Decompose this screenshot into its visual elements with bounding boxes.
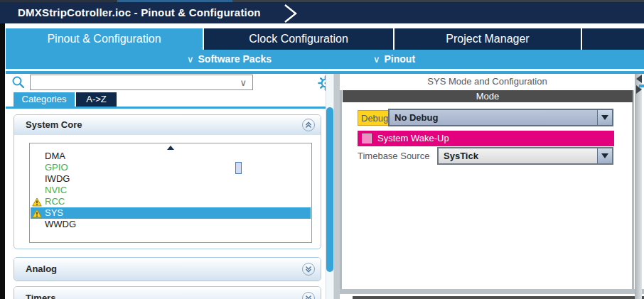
section-title: System Core: [26, 119, 82, 130]
list-item-label: RCC: [45, 196, 65, 207]
search-input[interactable]: [32, 76, 231, 89]
search-dropdown-chevron-icon[interactable]: ∨: [240, 76, 247, 90]
mode-section-header: Mode: [343, 90, 633, 102]
software-packs-label: Software Packs: [198, 53, 272, 65]
right-splitter-bar[interactable]: [635, 74, 642, 299]
collapse-left-icon[interactable]: [636, 75, 642, 83]
search-icon: [11, 75, 26, 89]
caret-down-icon: [601, 153, 608, 158]
section-title: Timers: [26, 293, 55, 299]
tab-bar-filler: [582, 28, 644, 50]
configuration-section-header-sliver: [353, 296, 644, 299]
list-item-wwdg[interactable]: WWDG: [31, 219, 311, 230]
panel-splitter[interactable]: [334, 74, 340, 299]
list-item-sys[interactable]: SYS: [31, 207, 311, 219]
debug-field-label: Debug: [358, 110, 392, 126]
dropdown-arrow-button[interactable]: [597, 110, 612, 125]
section-header-system-core[interactable]: System Core: [14, 115, 321, 135]
debug-dropdown[interactable]: No Debug: [388, 109, 613, 126]
splitter-accent-dash: [639, 85, 644, 87]
chevron-down-icon: ∨: [373, 54, 380, 65]
collapse-up-icon[interactable]: [302, 119, 315, 131]
pinout-toggle[interactable]: ∨Pinout: [373, 50, 415, 69]
section-header-analog[interactable]: Analog: [14, 258, 321, 281]
expand-down-icon[interactable]: [302, 292, 315, 299]
page-title: DMXStripCotroller.ioc - Pinout & Configu…: [18, 2, 261, 23]
chevron-down-icon: ∨: [187, 54, 194, 65]
tab-clock-configuration[interactable]: Clock Configuration: [204, 28, 393, 50]
tab-project-manager[interactable]: Project Manager: [395, 28, 581, 50]
list-item-nvic[interactable]: NVIC: [31, 185, 311, 196]
system-wakeup-row[interactable]: System Wake-Up: [358, 131, 614, 146]
mode-config-title: SYS Mode and Configuration: [340, 75, 635, 88]
timebase-dropdown[interactable]: SysTick: [437, 147, 613, 165]
section-system-core: System Core DMA GPIO IWDG NVIC: [14, 114, 321, 249]
window-left-edge: [0, 23, 5, 299]
mode-panel-bottom-splitter[interactable]: [340, 289, 644, 294]
left-panel-scrollbar-thumb[interactable]: [326, 107, 333, 272]
scroll-up-icon[interactable]: [167, 146, 174, 150]
breadcrumb-arrow-icon: [283, 4, 299, 23]
view-tab-underline: [6, 107, 334, 109]
breadcrumb-bar: DMXStripCotroller.ioc - Pinout & Configu…: [0, 2, 644, 23]
dropdown-arrow-button[interactable]: [597, 148, 612, 163]
sub-nav-bar: ∨Software Packs ∨Pinout: [6, 50, 644, 69]
list-item-label: SYS: [45, 207, 63, 218]
section-title: Analog: [26, 263, 57, 274]
peripheral-list: DMA GPIO IWDG NVIC RCC: [29, 143, 312, 243]
section-timers: Timers: [14, 286, 321, 299]
section-header-timers[interactable]: Timers: [14, 287, 321, 299]
tab-categories[interactable]: Categories: [14, 92, 75, 107]
list-item-gpio[interactable]: GPIO: [31, 162, 311, 173]
mode-panel-border: [632, 90, 634, 294]
timebase-dropdown-value: SysTick: [444, 148, 478, 163]
system-wakeup-checkbox[interactable]: [362, 134, 372, 143]
system-wakeup-label: System Wake-Up: [377, 131, 449, 146]
section-analog: Analog: [14, 257, 321, 281]
tab-a-to-z[interactable]: A->Z: [76, 92, 117, 107]
list-scroll-artifact: [235, 162, 242, 174]
list-item-dma[interactable]: DMA: [31, 151, 311, 162]
list-item-iwdg[interactable]: IWDG: [31, 173, 311, 185]
software-packs-toggle[interactable]: ∨Software Packs: [187, 50, 272, 69]
content-divider-line: [6, 71, 644, 74]
mode-panel-border: [340, 90, 342, 294]
main-tab-bar: Pinout & Configuration Clock Configurati…: [6, 28, 644, 50]
pinout-label: Pinout: [385, 53, 416, 65]
stm32cubemx-window: DMXStripCotroller.ioc - Pinout & Configu…: [0, 0, 644, 299]
expand-down-icon[interactable]: [302, 263, 315, 276]
timebase-field-label: Timebase Source: [358, 150, 429, 163]
tab-pinout-configuration[interactable]: Pinout & Configuration: [6, 28, 203, 50]
search-combobox[interactable]: ∨: [30, 75, 253, 90]
list-item-rcc[interactable]: RCC: [31, 196, 311, 207]
caret-down-icon: [601, 115, 608, 120]
debug-dropdown-value: No Debug: [395, 110, 438, 125]
